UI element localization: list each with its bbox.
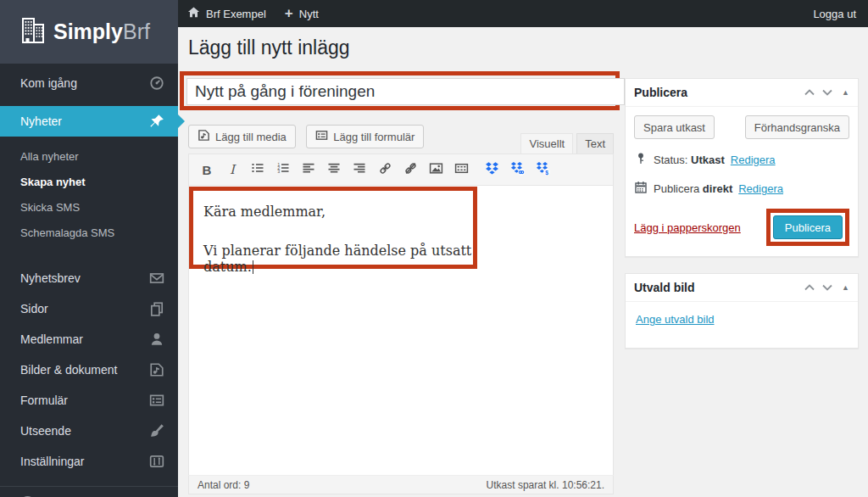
collapse-triangle-icon[interactable]: ▲ <box>842 283 849 292</box>
save-draft-button[interactable]: Spara utkast <box>634 115 715 139</box>
add-form-button[interactable]: Lägg till formulär <box>306 125 424 148</box>
remove-link-button[interactable] <box>398 159 423 181</box>
align-left-icon <box>302 161 315 178</box>
sidebar-item-nyhetsbrev[interactable]: Nyhetsbrev <box>0 263 178 293</box>
align-right-icon <box>353 161 366 178</box>
post-editor: Lägg till media Lägg till formulär Visue… <box>188 125 614 494</box>
sidebar-item-sidor[interactable]: Sidor <box>0 293 178 324</box>
add-media-label: Lägg till media <box>215 131 287 143</box>
sidebar-item-label: Formulär <box>20 394 68 407</box>
dropbox-saver-icon: $ <box>536 161 550 179</box>
italic-button[interactable]: I <box>220 159 245 181</box>
publish-minor-actions: Spara utkast Förhandsgranska <box>634 115 849 139</box>
align-right-button[interactable] <box>347 159 372 181</box>
align-left-button[interactable] <box>296 159 321 181</box>
editor-resize-strip[interactable] <box>188 468 614 476</box>
edit-schedule-link[interactable]: Redigera <box>738 182 783 195</box>
submenu-item-skicka-sms[interactable]: Skicka SMS <box>0 195 178 221</box>
form-icon <box>149 393 164 408</box>
toolbar-toggle-button[interactable] <box>448 159 474 181</box>
bold-icon: B <box>203 163 212 177</box>
logo-text: SimplyBrf <box>53 20 150 44</box>
dropbox-saver-button[interactable]: $ <box>530 159 555 181</box>
editor-content-area[interactable]: Kära medlemmar, Vi planerar följande hän… <box>188 186 614 468</box>
set-featured-image-link[interactable]: Ange utvald bild <box>636 313 715 326</box>
submenu-item-alla-nyheter[interactable]: Alla nyheter <box>0 144 178 170</box>
draft-saved-text: Utkast sparat kl. 10:56:21. <box>487 479 604 491</box>
sidebar-item-installningar[interactable]: Inställningar <box>0 446 178 477</box>
form-icon <box>315 129 328 144</box>
sidebar-item-label: Medlemmar <box>20 332 83 346</box>
site-name: Brf Exempel <box>206 8 266 20</box>
pages-icon <box>149 301 164 316</box>
user-icon <box>149 332 164 347</box>
calendar-icon <box>634 181 648 197</box>
sidebar-item-bilder-dokument[interactable]: Bilder & dokument <box>0 355 178 385</box>
numbered-list-button[interactable]: 123 <box>270 159 296 181</box>
preview-button[interactable]: Förhandsgranska <box>745 115 849 139</box>
publish-button[interactable]: Publicera <box>773 215 843 239</box>
title-annotation-box <box>180 71 620 110</box>
featured-image-header[interactable]: Utvald bild ▲ <box>626 274 858 302</box>
insert-image-button[interactable] <box>423 159 448 181</box>
content-annotation-box: Kära medlemmar, Vi planerar följande hän… <box>189 187 477 269</box>
chevron-up-icon[interactable] <box>804 89 815 96</box>
sidebar-item-label: Nyhetsbrev <box>20 271 81 285</box>
submenu-item-schemalagda-sms[interactable]: Schemalagda SMS <box>0 221 178 246</box>
post-title-input[interactable] <box>186 78 625 105</box>
featured-image-title: Utvald bild <box>634 281 797 294</box>
logo[interactable]: SimplyBrf <box>0 0 178 64</box>
media-buttons-row: Lägg till media Lägg till formulär Visue… <box>188 125 614 154</box>
chevron-down-icon[interactable] <box>822 284 832 291</box>
new-content-menu[interactable]: + Nytt <box>275 0 328 27</box>
page-title: Lägg till nytt inlägg <box>188 36 350 59</box>
status-pin-icon <box>634 152 648 168</box>
chevron-down-icon[interactable] <box>822 89 832 96</box>
status-row: Status: Utkast Redigera <box>634 152 849 168</box>
move-to-trash-link[interactable]: Lägg i papperskorgen <box>634 221 741 234</box>
sidebar-item-utseende[interactable]: Utseende <box>0 416 178 446</box>
home-icon <box>187 6 200 21</box>
publish-box-title: Publicera <box>634 86 797 99</box>
bullet-list-icon <box>251 161 264 178</box>
media-icon <box>149 362 164 377</box>
dropbox-link-button[interactable] <box>504 159 530 181</box>
logout-link[interactable]: Logga ut <box>804 0 868 27</box>
sidebar-item-formular[interactable]: Formulär <box>0 385 178 416</box>
text-cursor <box>253 260 253 274</box>
sidebar-item-nyheter[interactable]: Nyheter <box>0 106 178 137</box>
sidebar-item-kom-igang[interactable]: Kom igång <box>0 68 178 98</box>
building-icon <box>20 16 46 48</box>
unlink-icon <box>403 161 418 179</box>
dropbox-button[interactable] <box>479 159 504 181</box>
media-icon <box>198 129 210 144</box>
collapse-triangle-icon[interactable]: ▲ <box>842 88 849 97</box>
editor-status-bar: Antal ord: 9 Utkast sparat kl. 10:56:21. <box>188 476 614 494</box>
site-link[interactable]: Brf Exempel <box>178 0 275 27</box>
chevron-up-icon[interactable] <box>804 284 815 291</box>
sidebar-menu: Kom igång Nyheter Alla nyheter Skapa nyh… <box>0 68 178 477</box>
envelope-icon <box>149 271 164 286</box>
sidebar-item-medlemmar[interactable]: Medlemmar <box>0 324 178 355</box>
insert-link-button[interactable] <box>372 159 398 181</box>
bold-button[interactable]: B <box>194 159 220 181</box>
sidebar-item-label: Bilder & dokument <box>20 363 117 377</box>
align-center-button[interactable] <box>321 159 347 181</box>
publish-annotation-box: Publicera <box>766 209 849 246</box>
tab-visual[interactable]: Visuellt <box>520 133 573 154</box>
tab-text[interactable]: Text <box>576 133 614 154</box>
bullet-list-button[interactable] <box>245 159 270 181</box>
editor-toolbar: B I 123 <box>188 154 614 186</box>
toolbar-toggle-icon <box>454 161 469 179</box>
status-text: Status: Utkast <box>654 154 725 166</box>
align-center-icon <box>327 161 341 178</box>
right-sidebar: Publicera ▲ Spara utkast Förhandsgranska… <box>625 78 859 349</box>
publish-box-header[interactable]: Publicera ▲ <box>626 79 858 107</box>
submenu-item-skapa-nyhet[interactable]: Skapa nyhet <box>0 170 178 195</box>
link-icon <box>378 161 392 179</box>
featured-image-box: Utvald bild ▲ Ange utvald bild <box>625 273 859 349</box>
edit-status-link[interactable]: Redigera <box>731 154 776 166</box>
sidebar-item-label: Kom igång <box>20 76 77 90</box>
publish-box-body: Spara utkast Förhandsgranska Status: Utk… <box>626 107 858 256</box>
add-media-button[interactable]: Lägg till media <box>188 125 296 148</box>
